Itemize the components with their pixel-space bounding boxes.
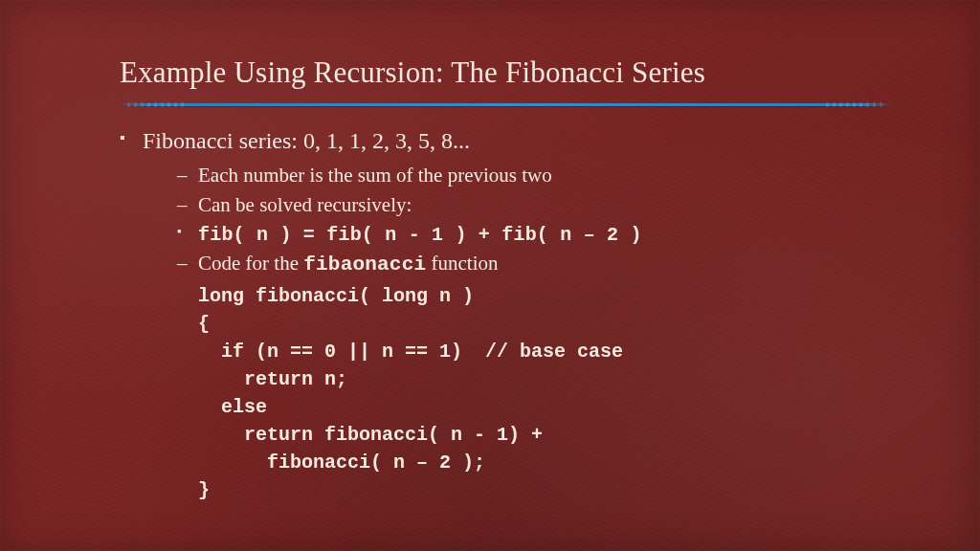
code-line-2: { xyxy=(198,313,210,335)
sub-bullet-1: Each number is the sum of the previous t… xyxy=(177,162,911,188)
code-line-6: return fibonacci( n - 1) + xyxy=(198,424,543,446)
code-block: long fibonacci( long n ) { if (n == 0 ||… xyxy=(198,282,911,504)
sub-bullet-formula: fib( n ) = fib( n - 1 ) + fib( n – 2 ) xyxy=(177,220,911,248)
slide: Example Using Recursion: The Fibonacci S… xyxy=(0,0,980,551)
formula-code: fib( n ) = fib( n - 1 ) + fib( n – 2 ) xyxy=(198,224,642,246)
sub-bullet-3: Code for the fibaonacci function xyxy=(177,250,911,278)
sub3-pre: Code for the xyxy=(198,252,303,275)
bullet-list: Fibonacci series: 0, 1, 1, 2, 3, 5, 8...… xyxy=(120,125,911,504)
sub-list: Each number is the sum of the previous t… xyxy=(143,162,911,278)
code-line-1: long fibonacci( long n ) xyxy=(198,285,474,307)
code-line-8: } xyxy=(198,479,210,501)
sub3-post: function xyxy=(426,252,498,275)
sub3-codeword: fibaonacci xyxy=(303,253,426,276)
slide-title: Example Using Recursion: The Fibonacci S… xyxy=(120,55,911,90)
sub-bullet-2: Can be solved recursively: xyxy=(177,191,911,218)
code-line-5: else xyxy=(198,396,267,418)
bullet-main-text: Fibonacci series: 0, 1, 1, 2, 3, 5, 8... xyxy=(143,128,470,153)
bullet-main: Fibonacci series: 0, 1, 1, 2, 3, 5, 8...… xyxy=(120,125,911,504)
code-line-3: if (n == 0 || n == 1) // base case xyxy=(198,341,623,363)
code-line-4: return n; xyxy=(198,368,347,390)
code-line-7: fibonacci( n – 2 ); xyxy=(198,452,485,474)
title-underline xyxy=(118,103,893,106)
